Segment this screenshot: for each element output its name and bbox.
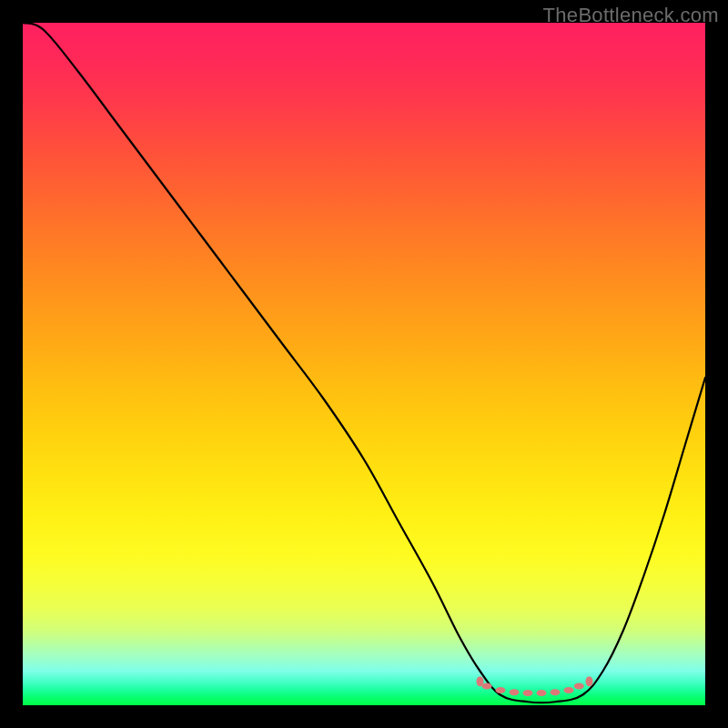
chart-svg (23, 23, 705, 705)
optimal-marker (564, 687, 574, 693)
plot-area (23, 23, 705, 705)
optimal-marker (537, 690, 547, 696)
optimal-marker (510, 689, 520, 695)
optimal-zone-markers (477, 676, 593, 696)
optimal-marker (496, 687, 506, 693)
bottleneck-curve (23, 23, 705, 703)
optimal-marker (551, 689, 561, 695)
optimal-marker (586, 676, 593, 686)
optimal-marker (523, 690, 533, 696)
optimal-marker (574, 683, 584, 690)
watermark-text: TheBottleneck.com (543, 4, 719, 27)
optimal-marker (482, 683, 492, 690)
